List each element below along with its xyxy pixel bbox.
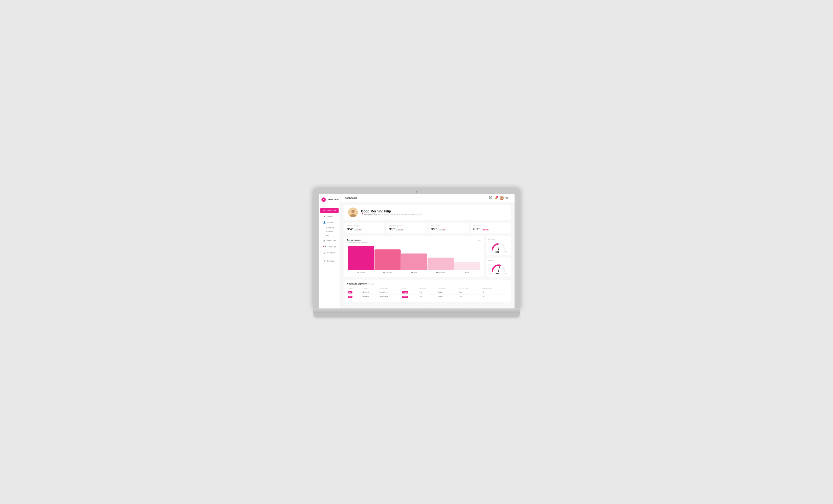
- campaign-icon: 📢: [323, 245, 326, 248]
- col-cluster: Cluster: [347, 287, 362, 290]
- stat-card-open: Open rate 6.7% -60.8%: [471, 223, 511, 233]
- leads-range: 0k 556 1000k: [489, 272, 508, 275]
- svg-point-6: [350, 214, 356, 217]
- analytics-icon: 📊: [323, 251, 326, 254]
- main-content: Dashboard 💬 🔔 9: [340, 194, 515, 308]
- laptop-wrapper: OmniCrane ⊞ Dashboard ◈ Leads 👤 People: [313, 188, 520, 317]
- page-title: Dashboard: [345, 197, 358, 199]
- greeting-text: Good Morning Filip: [361, 210, 421, 213]
- cell-campaign-1: Test: [418, 290, 437, 294]
- chat-icon[interactable]: 💬: [489, 196, 493, 200]
- table-header-row: Hot leads pipeline 7 in total: [347, 282, 508, 285]
- stat-value-ctr: 31%: [389, 227, 395, 231]
- user-chip[interactable]: Filip ▾: [500, 196, 510, 200]
- svg-point-10: [498, 270, 499, 272]
- stat-card-sales: Sales Campaigns 352 +12.9%: [344, 223, 384, 233]
- cell-contact-2: Richard: [361, 294, 378, 298]
- sidebar-item-campaign[interactable]: 📢 Campaign: [320, 244, 339, 249]
- funnel-bar-contacted: [375, 249, 401, 270]
- funnel-label-negotiating: 26: [436, 271, 437, 273]
- bottom-row: Performance Summary of all the premises …: [344, 236, 511, 277]
- content-area: Good Morning Filip 📍 Campaign Tips: Lore…: [340, 202, 515, 308]
- col-clicks: Number of click: [481, 287, 508, 290]
- svg-point-5: [351, 210, 355, 213]
- camera: [416, 191, 418, 193]
- funnel-bar-win: [454, 262, 480, 270]
- stat-value-delivery: 35%: [431, 227, 437, 231]
- cell-clicks-1: 10: [481, 290, 508, 294]
- cell-campaign-2: Test: [418, 294, 437, 298]
- cell-activity-2: Today: [437, 294, 458, 298]
- hot-leads-table-card: Hot leads pipeline 7 in total Cluster Co…: [344, 280, 511, 302]
- stat-label-ctr: Click through rate: [389, 225, 424, 226]
- sidebar-item-dashboard[interactable]: ⊞ Dashboard: [320, 208, 339, 213]
- revenue-value: 352: [496, 251, 499, 253]
- people-icon: 👤: [323, 221, 326, 224]
- sidebar-logo: OmniCrane: [319, 197, 340, 206]
- right-panel: Revenue: [486, 236, 511, 277]
- sidebar-item-list[interactable]: List: [320, 234, 339, 237]
- cell-status-2: Closed: [401, 294, 418, 298]
- svg-point-2: [501, 197, 503, 198]
- sidebar-item-settings[interactable]: ⚙ Settings: [320, 258, 339, 264]
- revenue-min: 0k: [490, 251, 491, 253]
- funnel-label-win: 13: [465, 271, 467, 273]
- sidebar: OmniCrane ⊞ Dashboard ◈ Leads 👤 People: [319, 194, 340, 308]
- chevron-down-icon: ▾: [509, 197, 510, 199]
- leads-gauge-svg-wrapper: [489, 262, 508, 272]
- stat-label-delivery: Delivery rate: [431, 225, 466, 226]
- svg-line-7: [498, 244, 499, 250]
- table-row: Hot Richard OmniCrane Closed Test Today …: [347, 294, 508, 298]
- sidebar-item-templates[interactable]: ▦ Templates: [320, 238, 339, 243]
- performance-title: Performance: [347, 239, 368, 242]
- svg-line-9: [499, 266, 500, 271]
- app: OmniCrane ⊞ Dashboard ◈ Leads 👤 People: [319, 194, 515, 308]
- leads-min: 0k: [490, 272, 491, 274]
- sidebar-item-contact[interactable]: Contact: [320, 230, 339, 233]
- sidebar-item-leads[interactable]: ◈ Leads: [320, 214, 339, 219]
- performance-card: Performance Summary of all the premises …: [344, 236, 484, 277]
- revenue-gauge-svg: [490, 241, 507, 251]
- table-row: Hot Richard OmniCrane Closed Test Today …: [347, 290, 508, 294]
- card-header: Performance Summary of all the premises …: [347, 239, 481, 243]
- header-actions: 💬 🔔 9: [489, 196, 510, 200]
- funnel-label-contacted: 93: [383, 271, 385, 273]
- performance-subtitle: Summary of all the premises: [347, 242, 368, 243]
- stat-label-open: Open rate: [474, 225, 508, 226]
- pin-icon: 📍: [361, 213, 364, 215]
- funnel-bar-meet: [401, 254, 427, 270]
- dashboard-icon: ⊞: [323, 209, 326, 212]
- stat-card-delivery: Delivery rate 35% +12.9%: [429, 223, 469, 233]
- stat-value-sales: 352: [347, 227, 353, 231]
- header: Dashboard 💬 🔔 9: [340, 194, 515, 202]
- cell-priority-1: Call: [458, 290, 481, 294]
- stat-card-ctr: Click through rate 31% +12.9%: [386, 223, 426, 233]
- col-organization: Organization: [378, 287, 401, 290]
- revenue-gauge-svg-wrapper: [489, 241, 508, 251]
- avatar: [500, 196, 504, 200]
- leads-value: 556: [496, 272, 499, 275]
- sidebar-item-company[interactable]: Company: [320, 226, 339, 229]
- laptop-base: [313, 308, 520, 313]
- more-options-button[interactable]: ···: [478, 239, 481, 242]
- cell-cluster-2: Hot: [347, 294, 362, 298]
- cell-org-2: OmniCrane: [378, 294, 401, 298]
- col-campaign: Campaign: [418, 287, 437, 290]
- table-count: 7 in total: [368, 283, 374, 285]
- sidebar-item-people[interactable]: 👤 People: [320, 220, 339, 225]
- leads-gauge-card: Leads: [486, 258, 511, 277]
- revenue-gauge-card: Revenue: [486, 236, 511, 256]
- col-priority: Priority Index: [458, 287, 481, 290]
- logo-text: OmniCrane: [327, 198, 339, 201]
- notification-bell[interactable]: 🔔 9: [495, 197, 497, 199]
- screen-bezel: OmniCrane ⊞ Dashboard ◈ Leads 👤 People: [313, 188, 520, 308]
- hot-leads-table: Cluster Contact Organization Status Camp…: [347, 287, 508, 299]
- screen: OmniCrane ⊞ Dashboard ◈ Leads 👤 People: [319, 194, 515, 308]
- sidebar-item-analytics[interactable]: 📊 Analytics: [320, 250, 339, 256]
- cell-status-1: Closed: [401, 290, 418, 294]
- funnel-label-qualified: 105: [357, 271, 359, 273]
- svg-point-8: [498, 249, 499, 250]
- logo-icon: [322, 197, 326, 202]
- campaign-tip: 📍 Campaign Tips: Lorem ipsum dolor sit a…: [361, 213, 421, 215]
- revenue-label: Revenue: [489, 238, 508, 240]
